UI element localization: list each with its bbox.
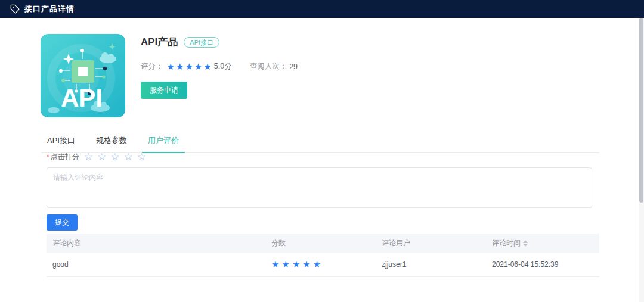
row-stars-icon: ★★★★★ [271, 259, 323, 269]
product-image-text: API [61, 84, 103, 112]
rating-stars-icon: ★★★★★ [167, 62, 213, 71]
vertical-scrollbar[interactable] [639, 18, 644, 302]
review-form: * 点击打分 ☆☆☆☆☆ 提交 [47, 152, 592, 231]
tab-api-interface[interactable]: API接口 [41, 133, 81, 152]
product-header: API API产品 API接口 评分： ★★★★★ 5.0分 查阅人次： 29 … [41, 34, 298, 117]
tag-icon [10, 4, 20, 14]
tab-user-reviews[interactable]: 用户评价 [142, 133, 185, 153]
comments-table: 评论内容 分数 评论用户 评论时间 good ★★★★★ zjjuser1 20… [47, 234, 599, 277]
table-header-row: 评论内容 分数 评论用户 评论时间 [47, 234, 599, 253]
views-label: 查阅人次： [250, 61, 287, 71]
table-row: good ★★★★★ zjjuser1 2021-06-04 15:52:39 [47, 253, 599, 277]
views-value: 29 [289, 63, 298, 71]
product-info: API产品 API接口 评分： ★★★★★ 5.0分 查阅人次： 29 服务申请 [141, 34, 298, 117]
product-title: API产品 [141, 35, 178, 49]
product-image: API [41, 34, 125, 117]
cell-comment-content: good [47, 253, 265, 277]
cell-comment-time: 2021-06-04 15:52:39 [486, 253, 599, 277]
cell-score: ★★★★★ [265, 253, 376, 277]
header-score: 分数 [265, 234, 376, 253]
required-mark: * [47, 153, 49, 161]
rate-label: 点击打分 [51, 152, 79, 162]
interface-product-detail-page: 接口产品详情 [0, 0, 644, 302]
tab-bar: API接口 规格参数 用户评价 [41, 133, 599, 153]
service-apply-button[interactable]: 服务申请 [141, 82, 187, 99]
tab-spec-params[interactable]: 规格参数 [90, 133, 133, 152]
cell-comment-user: zjjuser1 [376, 253, 486, 277]
top-navbar: 接口产品详情 [0, 0, 644, 18]
comment-textarea[interactable] [47, 167, 592, 208]
page-title: 接口产品详情 [24, 4, 75, 14]
rating-label: 评分： [141, 61, 163, 71]
header-comment-user: 评论用户 [376, 234, 486, 253]
scrollbar-thumb[interactable] [639, 18, 643, 203]
header-comment-time[interactable]: 评论时间 [486, 234, 599, 253]
product-type-badge: API接口 [184, 37, 219, 48]
submit-button[interactable]: 提交 [47, 214, 78, 231]
header-comment-content: 评论内容 [47, 234, 265, 253]
rate-stars-input[interactable]: ☆☆☆☆☆ [84, 152, 150, 162]
sort-caret-icon[interactable] [523, 240, 528, 247]
rating-value: 5.0分 [214, 61, 232, 71]
